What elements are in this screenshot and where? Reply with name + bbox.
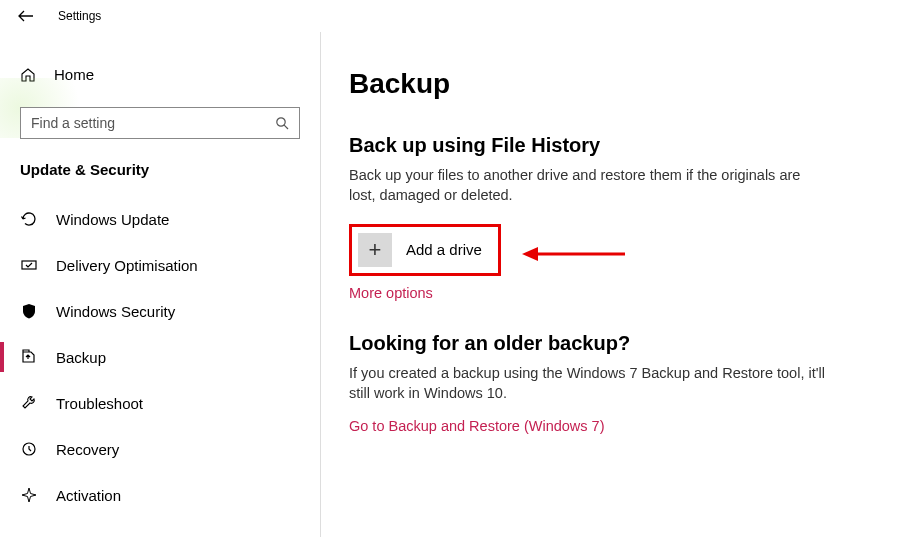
- section-body-older-backup: If you created a backup using the Window…: [349, 363, 829, 404]
- search-input[interactable]: [31, 115, 275, 131]
- plus-icon: +: [358, 233, 392, 267]
- sidebar-item-label: Backup: [56, 349, 106, 366]
- sidebar-category: Update & Security: [0, 161, 320, 196]
- sidebar-item-label: Delivery Optimisation: [56, 257, 198, 274]
- content: Backup Back up using File History Back u…: [321, 32, 924, 537]
- titlebar-text: Settings: [58, 9, 101, 23]
- sidebar-item-label: Windows Security: [56, 303, 175, 320]
- back-arrow-icon[interactable]: [18, 10, 34, 22]
- sidebar-item-backup[interactable]: Backup: [0, 334, 320, 380]
- sidebar-item-label: Troubleshoot: [56, 395, 143, 412]
- home-icon: [20, 67, 36, 83]
- sidebar-nav: Windows Update Delivery Optimisation Win…: [0, 196, 320, 518]
- page-title: Backup: [349, 68, 884, 100]
- titlebar: Settings: [0, 0, 924, 32]
- more-options-link[interactable]: More options: [349, 285, 433, 301]
- sidebar-item-troubleshoot[interactable]: Troubleshoot: [0, 380, 320, 426]
- sidebar-item-windows-update[interactable]: Windows Update: [0, 196, 320, 242]
- delivery-icon: [20, 256, 38, 274]
- sidebar-item-label: Windows Update: [56, 211, 169, 228]
- wrench-icon: [20, 394, 38, 412]
- sidebar-item-delivery-optimisation[interactable]: Delivery Optimisation: [0, 242, 320, 288]
- sparkle-icon: [20, 486, 38, 504]
- backup-icon: [20, 348, 38, 366]
- add-drive-label: Add a drive: [406, 241, 492, 258]
- svg-line-1: [284, 125, 288, 129]
- shield-icon: [20, 302, 38, 320]
- sidebar-home[interactable]: Home: [0, 56, 320, 93]
- add-drive-button[interactable]: + Add a drive: [358, 233, 492, 267]
- section-heading-older-backup: Looking for an older backup?: [349, 332, 884, 355]
- sidebar-home-label: Home: [54, 66, 94, 83]
- sidebar-item-windows-security[interactable]: Windows Security: [0, 288, 320, 334]
- search-box[interactable]: [20, 107, 300, 139]
- recovery-icon: [20, 440, 38, 458]
- svg-point-0: [277, 118, 285, 126]
- sidebar-item-recovery[interactable]: Recovery: [0, 426, 320, 472]
- sidebar-item-label: Recovery: [56, 441, 119, 458]
- search-icon: [275, 116, 289, 130]
- sidebar-item-label: Activation: [56, 487, 121, 504]
- section-heading-file-history: Back up using File History: [349, 134, 884, 157]
- svg-rect-2: [22, 261, 36, 269]
- sidebar-item-activation[interactable]: Activation: [0, 472, 320, 518]
- backup-restore-link[interactable]: Go to Backup and Restore (Windows 7): [349, 418, 604, 434]
- refresh-icon: [20, 210, 38, 228]
- annotation-highlight-box: + Add a drive: [349, 224, 501, 276]
- section-body-file-history: Back up your files to another drive and …: [349, 165, 829, 206]
- sidebar: Home Update & Security Windows Update De…: [0, 32, 320, 537]
